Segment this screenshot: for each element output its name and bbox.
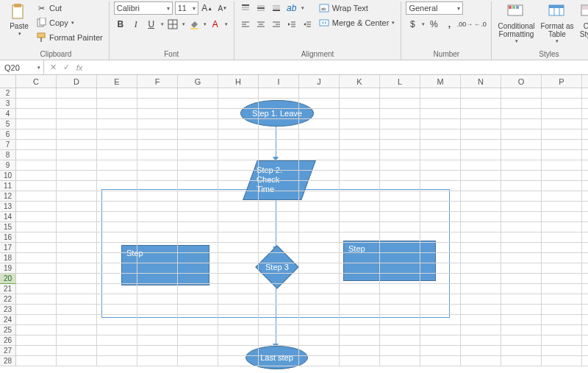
gridline (16, 129, 588, 129)
row-header[interactable]: 26 (0, 335, 16, 346)
row-header[interactable]: 13 (0, 202, 16, 212)
decrease-font-button[interactable]: A▼ (216, 1, 229, 15)
align-left-button[interactable] (239, 18, 252, 31)
border-button[interactable] (166, 18, 179, 31)
increase-indent-button[interactable] (301, 18, 314, 31)
column-header[interactable]: H (218, 75, 259, 88)
increase-font-button[interactable]: A▲ (201, 1, 214, 15)
format-as-table-button[interactable]: Format as Table▾ (539, 1, 575, 43)
comma-button[interactable]: , (442, 18, 456, 31)
row-header[interactable]: 22 (0, 294, 16, 305)
row-header[interactable]: 16 (0, 232, 16, 243)
fill-color-button[interactable] (187, 18, 201, 31)
paste-button[interactable]: Paste ▾ (7, 1, 31, 36)
number-format-value: General (409, 4, 437, 13)
row-header[interactable]: 9 (0, 160, 16, 171)
row-header[interactable]: 3 (0, 99, 16, 109)
column-header[interactable]: D (57, 75, 97, 88)
chevron-down-icon: ▾ (193, 5, 196, 12)
row-header[interactable]: 11 (0, 181, 16, 191)
chevron-down-icon: ▾ (182, 21, 185, 27)
decrease-decimal-button[interactable]: ←.0 (473, 18, 487, 31)
row-header[interactable]: 7 (0, 140, 16, 150)
column-header[interactable]: C (16, 75, 57, 88)
row-header[interactable]: 12 (0, 191, 16, 202)
row-header[interactable]: 23 (0, 305, 16, 315)
column-header[interactable]: F (137, 75, 178, 88)
row-header[interactable]: 4 (0, 109, 16, 119)
font-size-value: 11 (178, 4, 187, 13)
conditional-formatting-label: Conditional Formatting (498, 23, 534, 38)
number-format-select[interactable]: General▾ (406, 1, 463, 15)
column-header[interactable]: O (501, 75, 542, 88)
percent-button[interactable]: % (427, 18, 440, 31)
column-header[interactable]: G (178, 75, 218, 88)
flowchart-left-process[interactable]: Step (121, 245, 209, 285)
fx-icon[interactable]: fx (74, 63, 85, 72)
column-header[interactable]: N (461, 75, 501, 88)
align-bottom-button[interactable] (270, 1, 283, 15)
row-header[interactable]: 2 (0, 88, 16, 99)
column-header[interactable]: J (299, 75, 340, 88)
row-header[interactable]: 6 (0, 129, 16, 140)
row-header[interactable]: 15 (0, 222, 16, 232)
chevron-down-icon: ▾ (457, 5, 460, 12)
chevron-down-icon: ▾ (167, 5, 170, 12)
row-header[interactable]: 17 (0, 243, 16, 253)
row-header[interactable]: 21 (0, 284, 16, 294)
align-center-button[interactable] (254, 18, 268, 31)
flowchart-step1-terminator[interactable]: Step 1. Leave (240, 100, 314, 127)
formula-input[interactable] (88, 60, 588, 75)
row-header[interactable]: 8 (0, 150, 16, 160)
column-header[interactable]: P (542, 75, 582, 88)
merge-center-button[interactable]: Merge & Center ▾ (317, 16, 397, 29)
format-painter-button[interactable]: Format Painter (34, 31, 104, 44)
spreadsheet-grid[interactable]: CDEFGHIJKLMNOP 2345678910111213141516171… (0, 75, 588, 373)
font-size-select[interactable]: 11▾ (175, 1, 198, 15)
column-header[interactable]: I (259, 75, 299, 88)
gridline (16, 160, 588, 160)
cell-styles-button[interactable]: Cell Styles▾ (578, 1, 588, 43)
cancel-formula-button[interactable]: ✕ (47, 63, 59, 72)
enter-formula-button[interactable]: ✓ (60, 63, 72, 72)
conditional-formatting-button[interactable]: Conditional Formatting▾ (496, 1, 536, 43)
row-header[interactable]: 20 (0, 274, 16, 284)
name-box[interactable]: Q20 ▾ (0, 60, 44, 75)
cut-button[interactable]: ✂ Cut (34, 1, 104, 15)
increase-decimal-button[interactable]: .00→ (458, 18, 471, 31)
align-middle-button[interactable] (254, 1, 268, 15)
row-header[interactable]: 25 (0, 325, 16, 335)
orientation-button[interactable]: ab (285, 1, 298, 15)
chevron-down-icon: ▾ (392, 20, 395, 26)
select-all-corner[interactable] (0, 75, 16, 88)
row-header[interactable]: 27 (0, 346, 16, 356)
align-top-button[interactable] (239, 1, 252, 15)
row-header[interactable]: 19 (0, 263, 16, 274)
gridline (16, 201, 588, 202)
row-header[interactable]: 5 (0, 119, 16, 129)
wrap-text-button[interactable]: ab Wrap Text (317, 1, 397, 15)
decrease-indent-button[interactable] (285, 18, 298, 31)
underline-button[interactable]: U (145, 18, 158, 31)
column-header[interactable]: L (380, 75, 420, 88)
italic-button[interactable]: I (129, 18, 143, 31)
row-header[interactable]: 14 (0, 212, 16, 222)
row-header[interactable]: 28 (0, 356, 16, 366)
column-header[interactable]: M (420, 75, 461, 88)
row-header[interactable]: 24 (0, 315, 16, 325)
svg-rect-5 (40, 38, 42, 42)
merge-label: Merge & Center (332, 18, 390, 27)
align-right-button[interactable] (270, 18, 283, 31)
font-color-button[interactable]: A (209, 18, 222, 31)
copy-button[interactable]: Copy ▾ (34, 16, 104, 29)
bold-button[interactable]: B (114, 18, 127, 31)
row-header[interactable]: 18 (0, 253, 16, 263)
font-name-select[interactable]: Calibri▾ (114, 1, 173, 15)
flowchart-right-process[interactable]: Step (343, 241, 436, 281)
svg-rect-38 (509, 6, 512, 9)
column-header[interactable]: K (340, 75, 380, 88)
row-header[interactable]: 10 (0, 171, 16, 181)
ribbon-label-number: Number (406, 49, 487, 60)
column-header[interactable]: E (97, 75, 137, 88)
currency-button[interactable]: $ (406, 18, 419, 31)
